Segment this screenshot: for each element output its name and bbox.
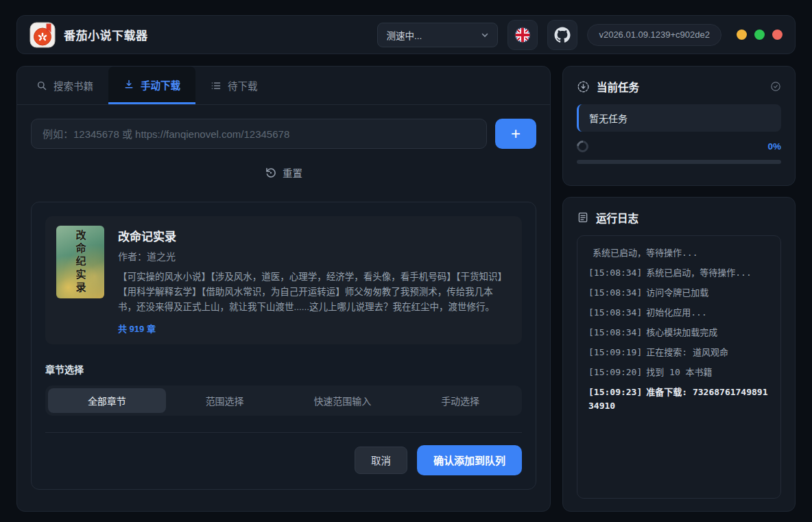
reset-label: 重置 [283, 165, 302, 180]
book-author: 作者：道之光 [118, 249, 511, 263]
task-progress-bar [577, 160, 781, 164]
github-button[interactable] [547, 20, 577, 50]
reset-button[interactable]: 重置 [255, 160, 312, 185]
add-book-button[interactable]: + [495, 119, 536, 149]
current-task-title: 当前任务 [597, 79, 639, 94]
reset-rotate-icon [265, 167, 276, 178]
segment-manual-select[interactable]: 手动选择 [401, 388, 519, 413]
tab-pending-downloads[interactable]: 待下载 [195, 67, 273, 104]
queue-list-icon [211, 80, 222, 91]
log-entry: [15:08:34]系统已启动，等待操作... [588, 266, 769, 280]
log-entry: 系统已启动，等待操作... [588, 246, 769, 260]
book-description: 【可实操的风水小说】【涉及风水，道医，心理学，经济学，看头像，看手机号码】【干货… [118, 270, 511, 315]
github-icon [554, 27, 571, 43]
speed-select-value: 测速中... [386, 28, 422, 42]
task-empty-text: 暂无任务 [589, 111, 628, 125]
cancel-button[interactable]: 取消 [355, 447, 407, 474]
book-info-row: 改命纪实录 改命记实录 作者：道之光 【可实操的风水小说】【涉及风水，道医，心理… [45, 216, 522, 344]
window-dot-yellow[interactable] [737, 29, 747, 40]
window-dot-green[interactable] [754, 29, 765, 40]
task-progress-percent: 0% [767, 141, 781, 152]
book-confirm-card: 改命纪实录 改命记实录 作者：道之光 【可实操的风水小说】【涉及风水，道医，心理… [31, 202, 536, 490]
current-task-panel: 当前任务 暂无任务 0% [562, 66, 796, 186]
segment-range-select[interactable]: 范围选择 [166, 388, 284, 413]
run-log-title: 运行日志 [596, 210, 638, 225]
task-spinner-icon [575, 139, 591, 155]
app-title: 番茄小说下载器 [64, 26, 148, 43]
log-entry: [15:08:34]核心模块加载完成 [588, 326, 769, 340]
speed-test-select[interactable]: 测速中... [377, 23, 498, 47]
book-id-input[interactable] [31, 119, 487, 149]
log-entry: [15:08:34]访问令牌已加载 [588, 286, 769, 300]
book-title: 改命记实录 [118, 227, 511, 244]
chevron-down-icon [481, 31, 489, 39]
log-entry: [15:09:20]找到 10 本书籍 [588, 366, 769, 379]
segment-label: 全部章节 [88, 394, 126, 407]
tab-manual-download[interactable]: 手动下载 [108, 67, 195, 104]
book-chapter-count: 共 919 章 [118, 322, 511, 335]
log-entry: [15:09:19]正在搜索: 道风观命 [588, 346, 769, 359]
confirm-add-to-queue-button[interactable]: 确认添加到队列 [417, 445, 522, 475]
task-status-box: 暂无任务 [577, 104, 781, 132]
segment-label: 手动选择 [441, 394, 479, 407]
chapter-mode-segmented-control: 全部章节 范围选择 快速范围输入 手动选择 [45, 385, 522, 416]
uk-flag-icon [514, 27, 531, 43]
segment-label: 快速范围输入 [313, 394, 371, 407]
version-badge: v2026.01.09.1239+c902de2 [587, 24, 721, 46]
tab-search-books[interactable]: 搜索书籍 [21, 67, 108, 104]
log-entry: [15:08:34]初始化应用... [588, 306, 769, 320]
window-controls [737, 29, 783, 40]
run-log-panel: 运行日志 系统已启动，等待操作... [15:08:34]系统已启动，等待操作.… [562, 197, 796, 512]
app-header: 番茄小说下载器 测速中... [16, 15, 796, 54]
version-text: v2026.01.09.1239+c902de2 [599, 29, 710, 40]
app-logo-tomato-icon [29, 22, 56, 48]
log-document-icon [577, 211, 589, 224]
segment-quick-range-input[interactable]: 快速范围输入 [284, 388, 402, 413]
language-button[interactable] [508, 20, 538, 50]
check-circle-icon[interactable] [770, 81, 781, 92]
download-icon [123, 79, 134, 90]
tab-label: 待下载 [228, 78, 258, 93]
main-panel: 搜索书籍 手动下载 待下载 + 重置 [16, 66, 551, 512]
chapter-select-label: 章节选择 [45, 362, 522, 376]
form-divider [45, 432, 522, 433]
window-dot-red[interactable] [772, 29, 783, 40]
tab-label: 搜索书籍 [53, 78, 93, 93]
tab-bar: 搜索书籍 手动下载 待下载 [17, 67, 550, 105]
log-output[interactable]: 系统已启动，等待操作... [15:08:34]系统已启动，等待操作... [1… [577, 235, 781, 499]
tab-label: 手动下载 [141, 78, 180, 92]
book-cover: 改命纪实录 [56, 226, 104, 298]
segment-all-chapters[interactable]: 全部章节 [48, 388, 166, 413]
book-cover-title: 改命纪实录 [73, 230, 88, 295]
log-entry: [15:09:23]准备下载: 7326876174989134910 [588, 385, 769, 412]
search-icon [36, 80, 47, 91]
plus-icon: + [511, 124, 521, 143]
segment-label: 范围选择 [206, 394, 244, 407]
download-circle-icon [577, 80, 590, 93]
